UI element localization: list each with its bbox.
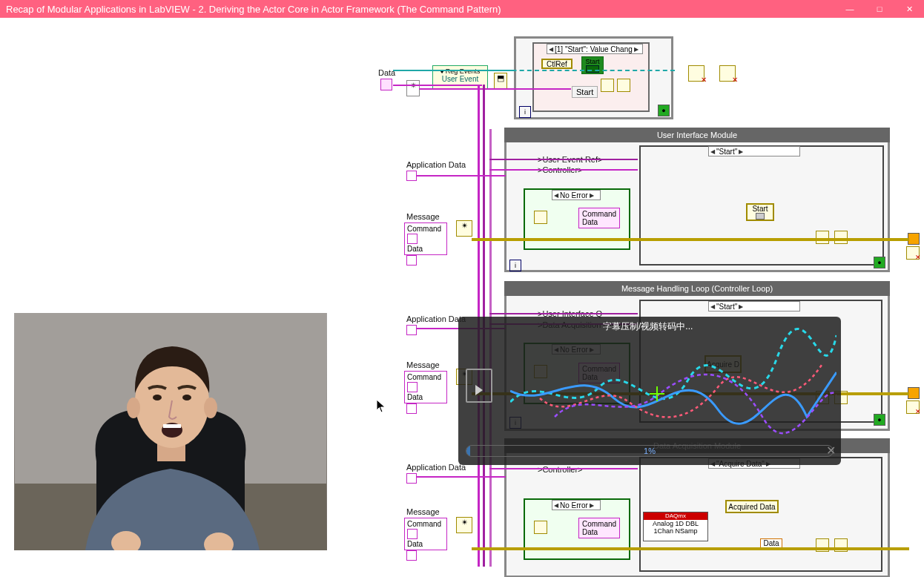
ui-error-out bbox=[908, 233, 920, 245]
ui-stop-term[interactable]: ● bbox=[874, 257, 885, 268]
window-controls: — □ ✕ bbox=[835, 0, 924, 18]
daq-message-cluster[interactable]: Command Data bbox=[404, 518, 447, 550]
mhl-message-lbl: Message bbox=[406, 360, 440, 369]
ui-message-lbl: Message bbox=[406, 212, 440, 221]
overlay-close-button[interactable]: ✕ bbox=[825, 445, 836, 457]
daq-controller-lbl: >Controller> bbox=[538, 465, 583, 474]
svg-point-6 bbox=[153, 395, 162, 400]
ui-dequeue[interactable] bbox=[534, 211, 547, 224]
mouse-cursor-icon bbox=[376, 399, 386, 414]
mhl-appdata-lbl: Application Data bbox=[406, 314, 466, 323]
mhl-stop-term[interactable]: ● bbox=[874, 414, 885, 426]
svg-point-4 bbox=[127, 398, 140, 418]
workspace: Data ♦ Reg Events User Event ✴ ⬒ [1] "St… bbox=[0, 18, 924, 577]
daqmx-read[interactable]: DAQmx Analog 1D DBL 1Chan NSamp bbox=[643, 512, 708, 541]
ui-release-queue[interactable]: ✕ bbox=[906, 246, 920, 260]
ui-module-title: User Interface Module bbox=[504, 128, 890, 142]
svg-point-5 bbox=[204, 398, 217, 418]
unreg-events-node[interactable]: ✕ bbox=[688, 65, 704, 82]
overlay-crosshair-icon bbox=[650, 386, 664, 401]
acquired-data-lbl: Acquired Data bbox=[725, 500, 779, 513]
ui-outer-case-sel[interactable]: "Start" bbox=[708, 146, 800, 156]
event-node-b[interactable] bbox=[617, 79, 630, 92]
ui-appdata-box[interactable] bbox=[406, 171, 417, 181]
daq-data-box[interactable] bbox=[406, 550, 417, 561]
svg-point-7 bbox=[182, 395, 191, 400]
ctlref-cluster[interactable]: CtlRef bbox=[541, 59, 572, 69]
minimize-button[interactable]: — bbox=[835, 0, 865, 18]
ui-start-indicator[interactable]: Start bbox=[746, 203, 774, 221]
daq-dequeue[interactable] bbox=[534, 521, 547, 534]
ui-unbundle[interactable]: Command Data bbox=[578, 208, 620, 228]
ui-data-box[interactable] bbox=[406, 255, 417, 266]
svg-rect-9 bbox=[163, 424, 181, 428]
overlay-progressbar[interactable]: 1% bbox=[466, 445, 834, 457]
close-button[interactable]: ✕ bbox=[894, 0, 924, 18]
create-user-event-node[interactable]: ✴ bbox=[406, 80, 420, 96]
post-reg-node[interactable]: ⬒ bbox=[494, 73, 507, 89]
overlay-progress-fill bbox=[466, 446, 470, 456]
reg-events-text: Reg Events bbox=[446, 67, 481, 75]
daq-appdata-box[interactable] bbox=[406, 473, 417, 484]
overlay-waveform-icon bbox=[510, 328, 836, 446]
start-button-top[interactable]: Start bbox=[572, 86, 598, 98]
daq-appdata-lbl: Application Data bbox=[406, 463, 466, 472]
daq-obtain-queue[interactable]: ✴ bbox=[456, 517, 472, 533]
mhl-title: Message Handling Loop (Controller Loop) bbox=[504, 281, 890, 296]
start-control-top[interactable]: Start bbox=[581, 56, 604, 74]
destroy-event-node[interactable]: ✕ bbox=[719, 65, 736, 82]
mhl-error-out bbox=[908, 387, 920, 399]
ui-message-cluster[interactable]: Command Data bbox=[404, 222, 447, 255]
window-titlebar: Recap of Modular Applications in LabVIEW… bbox=[0, 0, 924, 18]
mhl-release-queue[interactable]: ✕ bbox=[906, 400, 920, 414]
daq-unbundle[interactable]: Command Data bbox=[578, 518, 620, 538]
overlay-progress-text: 1% bbox=[644, 446, 656, 455]
ui-obtain-queue[interactable]: ✴ bbox=[456, 220, 472, 237]
daq-noerror-sel[interactable]: No Error bbox=[552, 500, 601, 510]
stop-terminal-0[interactable]: ● bbox=[658, 105, 670, 116]
window-title: Recap of Modular Applications in LabVIEW… bbox=[6, 4, 501, 15]
mhl-appdata-box[interactable] bbox=[406, 325, 417, 335]
maximize-button[interactable]: □ bbox=[865, 0, 894, 18]
ui-i-term: i bbox=[509, 260, 521, 271]
user-event-text: User Event bbox=[433, 75, 487, 83]
video-file-icon bbox=[466, 369, 492, 403]
ui-enqueue-b[interactable] bbox=[834, 231, 848, 244]
mhl-message-cluster[interactable]: Command Data bbox=[404, 371, 447, 403]
presenter-webcam bbox=[14, 313, 327, 550]
mhl-data-box[interactable] bbox=[406, 403, 417, 414]
transcoding-overlay: 字幕压制/视频转码中... 1% ✕ bbox=[458, 317, 841, 465]
iteration-terminal-0: i bbox=[519, 106, 531, 118]
ui-enqueue-a[interactable] bbox=[816, 231, 829, 244]
ui-appdata-lbl: Application Data bbox=[406, 160, 466, 169]
data-terminal-top bbox=[380, 79, 392, 90]
ui-noerror-sel[interactable]: No Error bbox=[552, 190, 601, 200]
daq-message-lbl: Message bbox=[406, 507, 440, 516]
event-node-a[interactable] bbox=[601, 79, 614, 92]
event-case-selector[interactable]: [1] "Start": Value Chang bbox=[547, 44, 643, 54]
mhl-outer-case-sel[interactable]: "Start" bbox=[708, 301, 800, 311]
